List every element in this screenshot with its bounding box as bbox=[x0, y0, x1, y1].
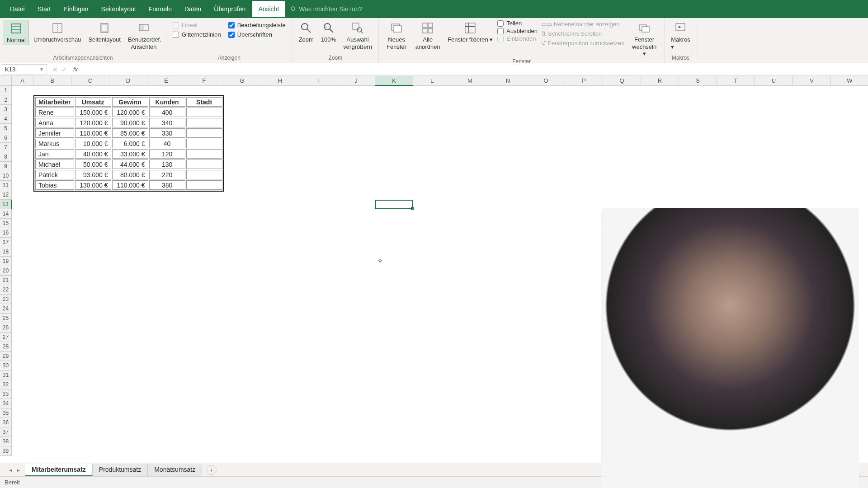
sheet-tab-2[interactable]: Monatsumsatz bbox=[148, 464, 202, 476]
table-header[interactable]: Kunden bbox=[149, 97, 185, 107]
col-header-H[interactable]: H bbox=[261, 76, 299, 86]
table-cell[interactable] bbox=[186, 170, 222, 179]
table-cell[interactable]: 150.000 € bbox=[75, 108, 111, 117]
table-cell[interactable]: 120 bbox=[149, 149, 185, 159]
menu-tab-überprüfen[interactable]: Überprüfen bbox=[208, 1, 252, 17]
row-header-20[interactable]: 20 bbox=[0, 266, 12, 276]
table-header[interactable]: Umsatz bbox=[75, 97, 111, 107]
row-header-7[interactable]: 7 bbox=[0, 143, 12, 152]
select-all-corner[interactable] bbox=[0, 76, 12, 86]
table-cell[interactable]: Patrick bbox=[35, 170, 74, 179]
col-header-W[interactable]: W bbox=[831, 76, 868, 86]
table-row[interactable]: Jan40.000 €33.000 €120 bbox=[35, 149, 222, 159]
table-cell[interactable] bbox=[186, 160, 222, 169]
row-header-30[interactable]: 30 bbox=[0, 361, 12, 371]
row-header-39[interactable]: 39 bbox=[0, 446, 12, 456]
view-normal-button[interactable]: Normal bbox=[4, 20, 29, 45]
col-header-M[interactable]: M bbox=[451, 76, 489, 86]
table-cell[interactable]: 330 bbox=[149, 128, 185, 138]
table-row[interactable]: Patrick93.000 €80.000 €220 bbox=[35, 170, 222, 179]
table-row[interactable]: Markus10.000 €6.000 €40 bbox=[35, 139, 222, 148]
row-header-35[interactable]: 35 bbox=[0, 408, 12, 418]
row-header-4[interactable]: 4 bbox=[0, 114, 12, 124]
table-cell[interactable]: 130.000 € bbox=[75, 180, 111, 190]
row-header-36[interactable]: 36 bbox=[0, 418, 12, 427]
col-header-Q[interactable]: Q bbox=[603, 76, 641, 86]
row-header-8[interactable]: 8 bbox=[0, 152, 12, 162]
table-row[interactable]: Anna120.000 €90.000 €340 bbox=[35, 118, 222, 127]
table-cell[interactable]: 120.000 € bbox=[112, 108, 148, 117]
switch-windows-button[interactable]: Fenster wechseln ▾ bbox=[628, 20, 660, 58]
row-header-10[interactable]: 10 bbox=[0, 171, 12, 181]
data-table[interactable]: MitarbeiterUmsatzGewinnKundenStadtRene15… bbox=[33, 95, 224, 192]
row-header-32[interactable]: 32 bbox=[0, 380, 12, 389]
table-cell[interactable]: 44.000 € bbox=[112, 160, 148, 169]
col-header-F[interactable]: F bbox=[185, 76, 223, 86]
zoom-selection-button[interactable]: Auswahl vergrößern bbox=[340, 20, 375, 51]
row-header-31[interactable]: 31 bbox=[0, 371, 12, 380]
menu-tab-seitenlayout[interactable]: Seitenlayout bbox=[95, 1, 142, 17]
table-cell[interactable]: 93.000 € bbox=[75, 170, 111, 179]
zoom-100-button[interactable]: 1 100% bbox=[318, 20, 339, 44]
sheet-tab-0[interactable]: Mitarbeiterumsatz bbox=[25, 464, 93, 476]
table-cell[interactable]: 340 bbox=[149, 118, 185, 127]
add-sheet-button[interactable]: + bbox=[207, 465, 217, 475]
menu-tab-formeln[interactable]: Formeln bbox=[142, 1, 178, 17]
zoom-button[interactable]: Zoom bbox=[296, 20, 316, 44]
row-header-13[interactable]: 13 bbox=[0, 200, 12, 209]
row-header-1[interactable]: 1 bbox=[0, 86, 12, 95]
table-cell[interactable]: 33.000 € bbox=[112, 149, 148, 159]
check-gridlines[interactable]: Gitternetzlinien bbox=[173, 31, 221, 38]
row-header-37[interactable]: 37 bbox=[0, 427, 12, 437]
sheet-nav[interactable]: ◂ ▸ bbox=[4, 466, 25, 474]
row-header-18[interactable]: 18 bbox=[0, 247, 12, 257]
table-cell[interactable]: 90.000 € bbox=[112, 118, 148, 127]
makros-button[interactable]: Makros▾ bbox=[668, 20, 693, 51]
row-header-23[interactable]: 23 bbox=[0, 295, 12, 304]
row-header-34[interactable]: 34 bbox=[0, 399, 12, 408]
freeze-panes-button[interactable]: Fenster fixieren ▾ bbox=[445, 20, 495, 44]
row-header-29[interactable]: 29 bbox=[0, 352, 12, 361]
table-header[interactable]: Mitarbeiter bbox=[35, 97, 74, 107]
row-header-25[interactable]: 25 bbox=[0, 314, 12, 323]
table-cell[interactable] bbox=[186, 118, 222, 127]
row-header-14[interactable]: 14 bbox=[0, 209, 12, 219]
col-header-K[interactable]: K bbox=[375, 76, 413, 86]
row-header-9[interactable]: 9 bbox=[0, 162, 12, 171]
row-header-6[interactable]: 6 bbox=[0, 133, 12, 143]
table-row[interactable]: Tobias130.000 €110.000 €380 bbox=[35, 180, 222, 190]
tell-me-search[interactable]: Was möchten Sie tun? bbox=[290, 5, 362, 13]
col-header-U[interactable]: U bbox=[755, 76, 793, 86]
table-cell[interactable]: 120.000 € bbox=[75, 118, 111, 127]
table-header[interactable]: Gewinn bbox=[112, 97, 148, 107]
arrange-all-button[interactable]: Alle anordnen bbox=[412, 20, 443, 51]
col-header-I[interactable]: I bbox=[299, 76, 337, 86]
table-cell[interactable] bbox=[186, 180, 222, 190]
col-header-T[interactable]: T bbox=[717, 76, 755, 86]
row-header-22[interactable]: 22 bbox=[0, 285, 12, 295]
table-cell[interactable] bbox=[186, 108, 222, 117]
view-pagebreak-button[interactable]: Umbruchvorschau bbox=[31, 20, 84, 44]
col-header-B[interactable]: B bbox=[33, 76, 71, 86]
menu-tab-start[interactable]: Start bbox=[31, 1, 57, 17]
col-header-S[interactable]: S bbox=[679, 76, 717, 86]
table-cell[interactable] bbox=[186, 139, 222, 148]
table-cell[interactable]: Markus bbox=[35, 139, 74, 148]
row-header-27[interactable]: 27 bbox=[0, 333, 12, 342]
row-header-17[interactable]: 17 bbox=[0, 238, 12, 247]
table-cell[interactable]: 380 bbox=[149, 180, 185, 190]
row-header-2[interactable]: 2 bbox=[0, 95, 12, 105]
row-header-38[interactable]: 38 bbox=[0, 437, 12, 446]
col-header-C[interactable]: C bbox=[71, 76, 109, 86]
chevron-down-icon[interactable]: ▼ bbox=[39, 67, 44, 72]
row-header-33[interactable]: 33 bbox=[0, 389, 12, 399]
col-header-R[interactable]: R bbox=[641, 76, 679, 86]
table-cell[interactable]: Tobias bbox=[35, 180, 74, 190]
row-header-28[interactable]: 28 bbox=[0, 342, 12, 352]
row-headers[interactable]: 1234567891011121314151617181920212223242… bbox=[0, 86, 12, 456]
new-window-button[interactable]: Neues Fenster bbox=[382, 20, 410, 51]
table-header[interactable]: Stadt bbox=[186, 97, 222, 107]
menu-tab-daten[interactable]: Daten bbox=[178, 1, 208, 17]
table-cell[interactable]: 110.000 € bbox=[75, 128, 111, 138]
menu-tab-ansicht[interactable]: Ansicht bbox=[252, 1, 285, 17]
